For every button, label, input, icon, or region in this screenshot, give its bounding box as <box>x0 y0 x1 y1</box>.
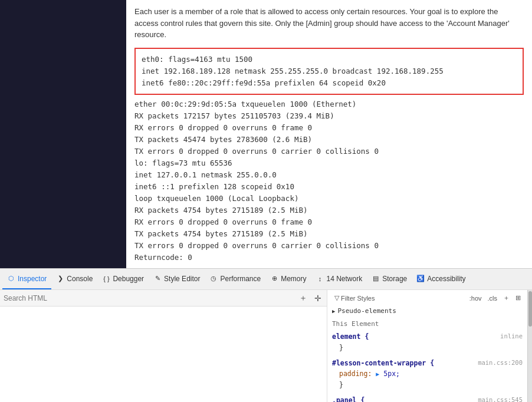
tab-debugger[interactable]: { } Debugger <box>97 269 149 289</box>
terminal-line-2: inet 192.168.189.128 netmask 255.255.255… <box>142 65 517 77</box>
tab-storage[interactable]: ▤ Storage <box>367 269 412 289</box>
tab-console[interactable]: ❯ Console <box>51 269 97 289</box>
left-panel <box>0 0 126 268</box>
terminal-output-line-1: RX packets 172157 bytes 251105703 (239.4… <box>134 110 524 122</box>
css-prop-padding: padding: <box>339 370 372 378</box>
console-icon: ❯ <box>56 275 64 283</box>
style-editor-icon: ✎ <box>153 275 162 283</box>
css-closing-brace: } <box>339 344 343 352</box>
css-rule-panel: .panel { main.css:545 border: ▶ none; } <box>332 395 523 402</box>
css-source-panel: main.css:545 <box>478 395 523 402</box>
css-selector-lesson-wrapper: #lesson-content-wrapper { <box>332 359 434 367</box>
terminal-output-line-9: RX packets 4754 bytes 2715189 (2.5 MiB) <box>134 205 524 216</box>
intro-text: Each user is a member of a role that is … <box>134 6 524 41</box>
search-html-input[interactable] <box>4 294 294 302</box>
terminal-output-line-4: TX errors 0 dropped 0 overruns 0 carrier… <box>134 146 524 157</box>
terminal-output-line-7: inet6 ::1 prefixlen 128 scopeid 0x10 <box>134 181 524 193</box>
add-node-button[interactable]: ＋ <box>297 292 309 305</box>
terminal-output-line-0: ether 00:0c:29:9d:05:5a txqueuelen 1000 … <box>134 98 524 110</box>
pseudo-elements-section[interactable]: ▶ Pseudo-elements <box>332 306 523 317</box>
css-selector-panel: .panel { <box>332 396 364 402</box>
pseudo-arrow-icon: ▶ <box>332 307 335 315</box>
html-panel: ＋ ✛ ▽ Filter Styles :hov .cls ＋ ⊞ ▶ Pseu… <box>0 289 532 402</box>
terminal-output-line-11: TX packets 4754 bytes 2715189 (2.5 MiB) <box>134 228 524 240</box>
vertical-scrollbar[interactable] <box>527 290 532 402</box>
html-editor: ＋ ✛ <box>0 290 327 402</box>
terminal-line-1: eth0: flags=4163 mtu 1500 <box>142 54 517 65</box>
cls-button[interactable]: .cls <box>486 292 500 304</box>
terminal-line-3: inet6 fe80::20c:29ff:fe9d:55a prefixlen … <box>142 77 517 89</box>
css-rule-close-1: } <box>339 381 343 389</box>
accessibility-icon: ♿ <box>416 275 425 283</box>
filter-icon: ▽ <box>334 294 339 302</box>
css-selector-element: element { <box>332 332 369 341</box>
terminal-output-line-8: loop txqueuelen 1000 (Local Loopback) <box>134 193 524 205</box>
this-element-label: This Element <box>332 319 523 329</box>
tab-inspector[interactable]: ⬡ Inspector <box>2 269 51 289</box>
network-icon: ↕ <box>316 275 324 283</box>
main-content: Each user is a member of a role that is … <box>126 0 532 268</box>
tab-network[interactable]: ↕ 14 Network <box>311 269 367 289</box>
top-content: Each user is a member of a role that is … <box>0 0 532 268</box>
terminal-output-line-5: lo: flags=73 mtu 65536 <box>134 157 524 169</box>
tab-style-editor[interactable]: ✎ Style Editor <box>149 269 205 289</box>
terminal-output-line-12: TX errors 0 dropped 0 overruns 0 carrier… <box>134 240 524 252</box>
scrollbar-thumb[interactable] <box>528 291 532 327</box>
css-expand-padding[interactable]: ▶ <box>376 371 379 377</box>
css-rule-lesson-wrapper: #lesson-content-wrapper { main.css:200 p… <box>332 358 523 390</box>
css-panel: ▽ Filter Styles :hov .cls ＋ ⊞ ▶ Pseudo-e… <box>327 290 527 402</box>
inspector-icon: ⬡ <box>7 275 15 283</box>
pick-element-button[interactable]: ✛ <box>313 292 323 304</box>
css-source-element: inline <box>500 331 523 341</box>
terminal-output: ether 00:0c:29:9d:05:5a txqueuelen 1000 … <box>134 98 524 263</box>
tab-accessibility[interactable]: ♿ Accessibility <box>412 269 470 289</box>
css-rule-element: element { inline } <box>332 331 523 353</box>
terminal-output-line-3: TX packets 45474 bytes 2783600 (2.6 MiB) <box>134 134 524 146</box>
html-tree <box>0 307 327 402</box>
terminal-output-line-6: inet 127.0.0.1 netmask 255.0.0.0 <box>134 169 524 181</box>
terminal-output-line-2: RX errors 0 dropped 0 overruns 0 frame 0 <box>134 122 524 134</box>
tab-performance[interactable]: ◷ Performance <box>205 269 265 289</box>
terminal-output-line-13: Returncode: 0 <box>134 252 524 263</box>
terminal-highlighted-box: eth0: flags=4163 mtu 1500 inet 192.168.1… <box>134 48 524 95</box>
performance-icon: ◷ <box>209 275 218 283</box>
css-source-lesson-wrapper: main.css:200 <box>478 358 523 368</box>
debugger-icon: { } <box>102 275 110 283</box>
add-css-button[interactable]: ＋ <box>501 292 511 304</box>
css-toolbar: ▽ Filter Styles :hov .cls ＋ ⊞ <box>332 292 523 304</box>
hov-button[interactable]: :hov <box>468 292 484 304</box>
filter-styles-button[interactable]: ▽ Filter Styles <box>332 293 377 303</box>
terminal-output-line-10: RX errors 0 dropped 0 overruns 0 frame 0 <box>134 216 524 228</box>
devtools-toolbar: ⬡ Inspector ❯ Console { } Debugger ✎ Sty… <box>0 268 532 289</box>
storage-icon: ▤ <box>372 275 380 283</box>
memory-icon: ⊕ <box>270 275 278 283</box>
html-toolbar: ＋ ✛ <box>0 290 327 307</box>
tab-memory[interactable]: ⊕ Memory <box>265 269 311 289</box>
css-val-padding: 5px; <box>383 370 400 378</box>
settings-css-button[interactable]: ⊞ <box>514 292 523 304</box>
css-toolbar-right: :hov .cls ＋ ⊞ <box>468 292 523 304</box>
